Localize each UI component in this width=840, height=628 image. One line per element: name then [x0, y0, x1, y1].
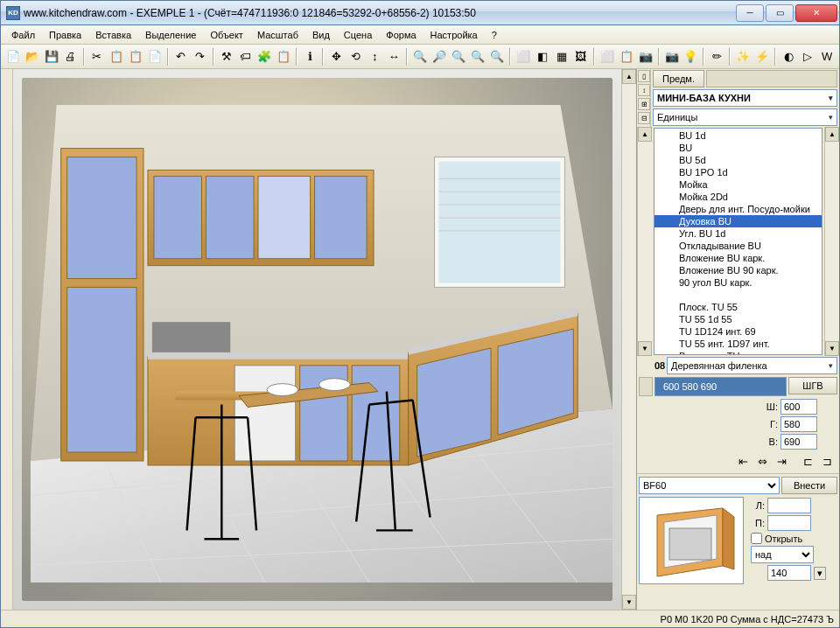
depth-input[interactable]	[780, 416, 817, 432]
list-item[interactable]: Плоск. TU 55	[654, 301, 822, 313]
list-item[interactable]: BU 5d	[654, 154, 822, 166]
menu-правка[interactable]: Правка	[42, 27, 88, 43]
toolbar-icon[interactable]: ⟲	[346, 48, 364, 66]
align-icon[interactable]: ⇥	[773, 452, 790, 470]
align-icon[interactable]: ⇔	[753, 452, 771, 470]
panel-tool-icon[interactable]: ⊟	[638, 112, 650, 124]
toolbar-icon[interactable]: 💡	[682, 48, 700, 66]
toolbar-icon[interactable]: 🔍	[411, 48, 429, 66]
list-item[interactable]: TU 55 инт. 1D97 инт.	[654, 338, 822, 350]
menu-файл[interactable]: Файл	[4, 27, 42, 43]
toolbar-icon[interactable]: ↔	[385, 48, 402, 66]
model-select[interactable]: BF60	[639, 477, 780, 494]
scroll-down-icon[interactable]: ▼	[825, 341, 839, 356]
toolbar-icon[interactable]: ✂	[88, 48, 106, 66]
position-select[interactable]: над	[751, 546, 814, 563]
catalog-scrollbar[interactable]: ▲▼	[824, 127, 839, 356]
toolbar-icon[interactable]: 📂	[24, 48, 41, 66]
menu-объект[interactable]: Объект	[203, 27, 249, 43]
dim-toggle[interactable]	[639, 377, 653, 396]
align-icon[interactable]: ⇤	[734, 452, 752, 470]
list-item[interactable]: Дверь для инт. Посудо-мойки	[654, 203, 822, 215]
menu-вставка[interactable]: Вставка	[88, 27, 138, 43]
list-item[interactable]	[654, 289, 822, 301]
align-icon[interactable]: ⊏	[799, 452, 816, 470]
list-item[interactable]: Мойка 2Dd	[654, 191, 822, 203]
toolbar-icon[interactable]: ⬜	[598, 48, 616, 66]
menu-выделение[interactable]: Выделение	[138, 27, 203, 43]
toolbar-icon[interactable]: 📋	[127, 48, 144, 66]
toolbar-icon[interactable]: 📋	[618, 48, 635, 66]
toolbar-icon[interactable]: ▦	[553, 48, 570, 66]
p-input[interactable]	[767, 515, 811, 531]
toolbar-icon[interactable]: 🔍	[469, 48, 486, 66]
toolbar-icon[interactable]: 🔍	[488, 48, 506, 66]
toolbar-icon[interactable]: ▷	[799, 48, 816, 66]
menu-вид[interactable]: Вид	[305, 27, 337, 43]
3d-viewport[interactable]	[13, 69, 621, 610]
catalog-list[interactable]: BU 1dBUBU 5dBU 1PO 1dМойкаМойка 2DdДверь…	[654, 128, 822, 355]
open-checkbox[interactable]	[751, 533, 762, 544]
objects-tab[interactable]: Предм.	[653, 70, 704, 87]
insert-button[interactable]: Внести	[781, 477, 837, 494]
list-item[interactable]: TU 55 1d 55	[654, 313, 822, 325]
list-item[interactable]: Вложение BU 90 карк.	[654, 264, 822, 276]
menu-?[interactable]: ?	[485, 27, 504, 43]
list-item[interactable]: Мойка	[654, 178, 822, 191]
align-icon[interactable]: ⊐	[818, 452, 836, 470]
list-item[interactable]: BU 1PO 1d	[654, 166, 822, 178]
panel-scrollbar-left[interactable]: ▲▼	[637, 127, 652, 356]
toolbar-icon[interactable]: ◧	[534, 48, 551, 66]
toolbar-icon[interactable]: 📷	[637, 48, 654, 66]
toolbar-icon[interactable]: 📋	[275, 48, 292, 66]
toolbar-icon[interactable]: 🏷	[236, 48, 254, 66]
toolbar-icon[interactable]: 🖨	[62, 48, 80, 66]
scroll-down-icon[interactable]: ▼	[622, 595, 636, 610]
panel-tool-icon[interactable]: ⊞	[638, 98, 650, 110]
menu-форма[interactable]: Форма	[379, 27, 423, 43]
scroll-up-icon[interactable]: ▲	[622, 69, 636, 84]
toolbar-icon[interactable]: ↕	[366, 48, 383, 66]
chevron-down-icon[interactable]: ▾	[814, 567, 826, 580]
list-item[interactable]: Откладывание BU	[654, 240, 822, 252]
toolbar-icon[interactable]: 📋	[108, 48, 125, 66]
toolbar-icon[interactable]: ⚒	[218, 48, 235, 66]
toolbar-icon[interactable]: ✥	[327, 48, 345, 66]
panel-tool-icon[interactable]: ▯	[638, 70, 650, 82]
toolbar-icon[interactable]: ◐	[780, 48, 797, 66]
list-item[interactable]: TU 1D124 инт. 69	[654, 325, 822, 338]
list-item[interactable]: Вложение TU карк.	[654, 350, 822, 355]
style-dropdown[interactable]: Деревянная филенка	[667, 357, 837, 374]
toolbar-icon[interactable]: W	[818, 48, 836, 66]
scroll-down-icon[interactable]: ▼	[638, 341, 652, 356]
toolbar-icon[interactable]: 🧩	[256, 48, 273, 66]
height-input[interactable]	[780, 434, 817, 450]
toolbar-icon[interactable]: ✨	[734, 48, 752, 66]
units-dropdown[interactable]: Единицы	[653, 108, 837, 126]
list-item[interactable]: BU	[654, 142, 822, 154]
toolbar-icon[interactable]: 📷	[663, 48, 681, 66]
dims-mode-button[interactable]: ШГВ	[788, 377, 837, 394]
menu-сцена[interactable]: Сцена	[337, 27, 379, 43]
toolbar-icon[interactable]: 💾	[43, 48, 60, 66]
width-input[interactable]	[780, 399, 817, 415]
toolbar-icon[interactable]: 📄	[4, 48, 22, 66]
toolbar-icon[interactable]: 🔍	[450, 48, 467, 66]
close-button[interactable]: ✕	[795, 4, 837, 22]
list-item[interactable]: Вложение BU карк.	[654, 252, 822, 264]
toolbar-icon[interactable]: ℹ	[301, 48, 318, 66]
list-item[interactable]: BU 1d	[654, 129, 822, 142]
toolbar-icon[interactable]: ✏	[708, 48, 725, 66]
toolbar-icon[interactable]: 📄	[146, 48, 164, 66]
menu-масштаб[interactable]: Масштаб	[250, 27, 305, 43]
minimize-button[interactable]: ─	[736, 4, 764, 22]
list-item[interactable]: 90 угол BU карк.	[654, 276, 822, 289]
offset-input[interactable]	[767, 565, 811, 581]
list-item[interactable]: Духовка BU	[654, 215, 822, 227]
scroll-up-icon[interactable]: ▲	[825, 127, 839, 142]
scroll-up-icon[interactable]: ▲	[638, 127, 652, 142]
toolbar-icon[interactable]: 🔎	[430, 48, 448, 66]
l-input[interactable]	[767, 498, 811, 513]
toolbar-icon[interactable]: 🖼	[572, 48, 590, 66]
panel-tool-icon[interactable]: ↕	[638, 84, 650, 96]
